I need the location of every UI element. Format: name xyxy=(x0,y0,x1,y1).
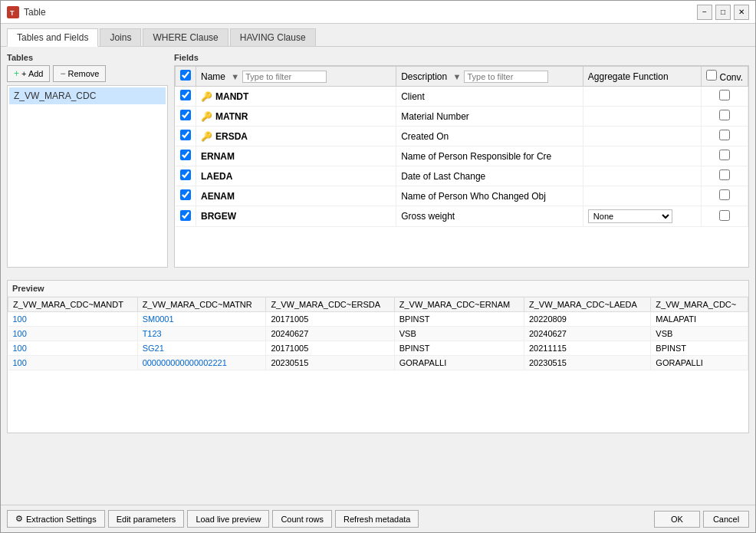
preview-column-header: Z_VW_MARA_CDC~LAEDA xyxy=(524,298,651,312)
cancel-label: Cancel xyxy=(713,515,739,524)
field-description-cell: Name of Person Responsible for Cre xyxy=(396,146,583,166)
refresh-metadata-label: Refresh metadata xyxy=(343,515,410,524)
preview-cell: 20220809 xyxy=(524,312,651,327)
right-panel: Fields Name xyxy=(174,53,749,268)
preview-column-header: Z_VW_MARA_CDC~ERSDA xyxy=(266,298,394,312)
table-item[interactable]: Z_VW_MARA_CDC xyxy=(9,87,166,104)
minimize-button[interactable]: − xyxy=(697,5,712,20)
field-aggregate-cell xyxy=(583,87,701,107)
preview-column-header: Z_VW_MARA_CDC~ERNAM xyxy=(394,298,524,312)
fields-table: Name ▼ Description xyxy=(175,66,748,227)
plus-icon: + xyxy=(14,68,19,79)
field-description-cell: Material Number xyxy=(396,107,583,127)
name-filter-input[interactable] xyxy=(242,71,327,83)
preview-table-wrap[interactable]: Z_VW_MARA_CDC~MANDTZ_VW_MARA_CDC~MATNRZ_… xyxy=(8,297,748,433)
load-live-preview-button[interactable]: Load live preview xyxy=(187,510,269,528)
ok-button[interactable]: OK xyxy=(654,511,700,528)
preview-cell: VSB xyxy=(651,327,748,341)
convert-checkbox[interactable] xyxy=(719,210,730,221)
preview-cell[interactable]: T123 xyxy=(137,327,266,341)
field-aggregate-cell xyxy=(583,186,701,206)
preview-cell[interactable]: 100 xyxy=(8,356,138,370)
tables-list: Z_VW_MARA_CDC xyxy=(7,85,168,268)
preview-column-header: Z_VW_MARA_CDC~ xyxy=(651,298,748,312)
cancel-button[interactable]: Cancel xyxy=(703,511,749,528)
field-name: BRGEW xyxy=(201,211,236,222)
remove-table-button[interactable]: − Remove xyxy=(53,65,106,82)
tables-toolbar: + + Add − Remove xyxy=(7,65,168,82)
maximize-button[interactable]: □ xyxy=(715,5,731,20)
count-rows-label: Count rows xyxy=(281,515,324,524)
extraction-settings-button[interactable]: ⚙ Extraction Settings xyxy=(7,510,105,528)
convert-checkbox[interactable] xyxy=(719,189,730,200)
field-convert-cell xyxy=(702,146,748,166)
row-checkbox[interactable] xyxy=(180,110,191,120)
preview-cell: VSB xyxy=(394,327,524,341)
minus-icon: − xyxy=(60,68,65,79)
field-name-cell: LAEDA xyxy=(196,166,396,186)
window-title: Table xyxy=(24,7,46,18)
field-name-cell: BRGEW xyxy=(196,206,396,227)
row-checkbox[interactable] xyxy=(180,90,191,100)
edit-parameters-button[interactable]: Edit parameters xyxy=(108,510,185,528)
field-convert-cell xyxy=(702,166,748,186)
field-description-cell: Name of Person Who Changed Obj xyxy=(396,186,583,206)
convert-checkbox[interactable] xyxy=(719,150,730,160)
convert-checkbox[interactable] xyxy=(719,110,730,120)
description-filter-input[interactable] xyxy=(464,71,548,83)
tab-where-clause[interactable]: WHERE Clause xyxy=(143,28,228,46)
key-icon: 🔑 xyxy=(201,91,212,102)
field-name-cell: 🔑MATNR xyxy=(196,107,396,127)
row-checkbox[interactable] xyxy=(180,130,191,140)
preview-cell[interactable]: SM0001 xyxy=(137,312,266,327)
preview-cell[interactable]: SG21 xyxy=(137,341,266,356)
preview-cell: 20230515 xyxy=(524,356,651,370)
desc-filter-icon: ▼ xyxy=(453,72,462,81)
aggregate-select[interactable]: None xyxy=(588,209,672,223)
preview-table: Z_VW_MARA_CDC~MANDTZ_VW_MARA_CDC~MATNRZ_… xyxy=(8,297,748,370)
add-table-button[interactable]: + + Add xyxy=(7,65,50,82)
preview-cell[interactable]: 100 xyxy=(8,312,138,327)
field-name: MATNR xyxy=(215,111,248,122)
preview-cell: BPINST xyxy=(394,341,524,356)
fields-table-row: 🔑MATNRMaterial Number xyxy=(176,107,748,127)
select-all-checkbox[interactable] xyxy=(180,70,191,81)
fields-table-row: BRGEWGross weightNone xyxy=(176,206,748,227)
th-description: Description ▼ xyxy=(396,67,583,87)
preview-table-row: 100SG2120171005BPINST20211115BPINST xyxy=(8,341,748,356)
preview-table-row: 100T12320240627VSB20240627VSB xyxy=(8,327,748,341)
preview-cell: 20240627 xyxy=(524,327,651,341)
convert-checkbox[interactable] xyxy=(719,90,730,100)
preview-cell: BPINST xyxy=(394,312,524,327)
preview-cell[interactable]: 100 xyxy=(8,327,138,341)
field-name-cell: 🔑ERSDA xyxy=(196,127,396,146)
bottom-bar: ⚙ Extraction Settings Edit parameters Lo… xyxy=(1,505,755,532)
convert-checkbox[interactable] xyxy=(719,169,730,180)
tab-tables-and-fields[interactable]: Tables and Fields xyxy=(7,28,98,47)
field-convert-cell xyxy=(702,107,748,127)
close-button[interactable]: ✕ xyxy=(734,5,749,20)
preview-cell[interactable]: 000000000000002221 xyxy=(137,356,266,370)
field-convert-cell xyxy=(702,186,748,206)
row-checkbox[interactable] xyxy=(180,169,191,180)
fields-scroll[interactable]: Name ▼ Description xyxy=(175,66,748,227)
remove-label: Remove xyxy=(67,69,99,78)
field-name: AENAM xyxy=(201,191,235,202)
fields-panel: Name ▼ Description xyxy=(174,65,749,268)
window-controls: − □ ✕ xyxy=(697,5,749,20)
refresh-metadata-button[interactable]: Refresh metadata xyxy=(335,510,419,528)
preview-cell[interactable]: 100 xyxy=(8,341,138,356)
convert-checkbox[interactable] xyxy=(719,130,730,140)
field-name: ERNAM xyxy=(201,151,235,162)
row-checkbox[interactable] xyxy=(180,210,191,221)
field-convert-cell xyxy=(702,127,748,146)
top-row: Tables + + Add − Remove Z_VW_MARA_CDC xyxy=(7,53,749,268)
svg-text:T: T xyxy=(10,9,15,17)
convert-all-checkbox[interactable] xyxy=(706,70,717,81)
count-rows-button[interactable]: Count rows xyxy=(272,510,332,528)
field-convert-cell xyxy=(702,87,748,107)
tab-having-clause[interactable]: HAVING Clause xyxy=(230,28,316,46)
row-checkbox[interactable] xyxy=(180,150,191,160)
tab-joins[interactable]: Joins xyxy=(100,28,141,46)
row-checkbox[interactable] xyxy=(180,189,191,200)
